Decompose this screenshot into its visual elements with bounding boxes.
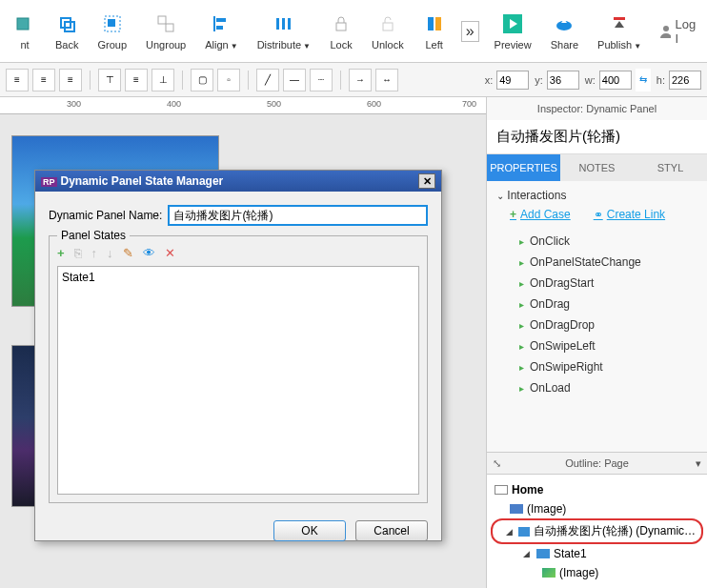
panel-states-fieldset: Panel States + ⎘ ↑ ↓ ✎ 👁 ✕ State1 — [49, 235, 428, 503]
create-link-link[interactable]: ⚭Create Link — [594, 208, 665, 221]
toolbar-left[interactable]: Left — [414, 9, 455, 54]
edit-all-button[interactable]: 👁 — [143, 246, 155, 260]
move-down-button[interactable]: ↓ — [107, 246, 113, 260]
bolt-icon: ▸ — [519, 236, 524, 247]
toolbar-preview[interactable]: Preview — [485, 9, 541, 54]
event-onswiperight[interactable]: ▸OnSwipeRight — [519, 356, 697, 377]
event-onpanelstatechange[interactable]: ▸OnPanelStateChange — [519, 252, 697, 273]
ok-button[interactable]: OK — [273, 520, 346, 541]
toolbar-share[interactable]: Share — [541, 9, 588, 54]
line-width-btn[interactable]: — — [283, 69, 306, 91]
left-arrow-icon — [13, 12, 36, 35]
arrow2-btn[interactable]: ↔ — [375, 69, 398, 91]
outline-image-2[interactable]: (Image) — [491, 563, 703, 582]
outline-image-1[interactable]: (Image) — [491, 499, 703, 518]
line-color-btn[interactable]: ╱ — [256, 69, 279, 91]
event-onload[interactable]: ▸OnLoad — [519, 377, 697, 398]
inspector-panel: Inspector: Dynamic Panel 自动播发图片(轮播) PROP… — [486, 97, 707, 588]
outline-header: ⤡ Outline: Page ▾ — [487, 452, 707, 475]
toolbar-group[interactable]: Group — [88, 9, 136, 54]
ungroup-icon — [154, 12, 177, 35]
svg-rect-4 — [108, 19, 115, 27]
y-input[interactable] — [547, 71, 579, 90]
link-wh-icon[interactable]: ⇆ — [636, 69, 651, 91]
dialog-titlebar[interactable]: RPDynamic Panel State Manager ✕ — [35, 171, 441, 192]
toolbar-ungroup[interactable]: Ungroup — [136, 9, 195, 54]
toolbar-distribute[interactable]: Distribute▼ — [248, 9, 320, 54]
toolbar-nt[interactable]: nt — [4, 9, 46, 54]
outline-state1[interactable]: ◢State1 — [491, 544, 703, 563]
bolt-icon: ▸ — [519, 278, 524, 289]
x-input[interactable] — [496, 71, 529, 90]
login-link[interactable]: Log I — [651, 17, 706, 46]
inspector-tabs: PROPERTIES NOTES STYL — [487, 154, 707, 181]
tab-notes[interactable]: NOTES — [560, 154, 634, 181]
h-input[interactable] — [669, 71, 701, 90]
interactions-header[interactable]: ⌄ Interactions — [496, 189, 697, 202]
event-ondragdrop[interactable]: ▸OnDragDrop — [519, 314, 697, 335]
toolbar-lock[interactable]: Lock — [320, 9, 362, 54]
line-style-btn[interactable]: ┈ — [310, 69, 333, 91]
arrow-btn[interactable]: → — [349, 69, 372, 91]
event-ondragstart[interactable]: ▸OnDragStart — [519, 273, 697, 294]
outer-btn[interactable]: ▫ — [217, 69, 240, 91]
events-list: ▸OnClick ▸OnPanelStateChange ▸OnDragStar… — [519, 231, 697, 398]
valign-bot-btn[interactable]: ⊥ — [152, 69, 174, 91]
w-label: w: — [585, 74, 596, 86]
align-right-btn[interactable]: ≡ — [59, 69, 82, 91]
tab-properties[interactable]: PROPERTIES — [487, 154, 560, 181]
toolbar-unlock[interactable]: Unlock — [362, 9, 414, 54]
toolbar-publish[interactable]: Publish▼ — [588, 9, 651, 54]
move-up-button[interactable]: ↑ — [91, 246, 98, 260]
flag-icon — [423, 12, 446, 35]
event-ondrag[interactable]: ▸OnDrag — [519, 294, 697, 314]
format-toolbar: ≡ ≡ ≡ ⊤ ≡ ⊥ ▢ ▫ ╱ — ┈ → ↔ x: y: w: ⇆ h: — [0, 63, 707, 97]
svg-rect-9 — [216, 26, 223, 30]
valign-top-btn[interactable]: ⊤ — [98, 69, 121, 91]
outline-dynamic-panel[interactable]: ◢自动播发图片(轮播) (Dynamic Panel) — [491, 518, 703, 544]
add-state-button[interactable]: + — [57, 246, 65, 260]
cloud-upload-icon — [553, 12, 576, 35]
horizontal-ruler: 300 400 500 600 700 — [0, 97, 486, 114]
edit-state-button[interactable]: ✎ — [123, 246, 133, 260]
event-onswipeleft[interactable]: ▸OnSwipeLeft — [519, 335, 697, 356]
inspector-header: Inspector: Dynamic Panel — [487, 97, 707, 120]
state-list[interactable]: State1 — [57, 266, 419, 495]
collapse-icon[interactable]: ⤡ — [493, 457, 501, 470]
outline-home[interactable]: Home — [491, 480, 703, 499]
close-button[interactable]: ✕ — [418, 173, 435, 189]
align-icon — [210, 12, 232, 35]
toolbar-back[interactable]: Back — [46, 9, 88, 54]
valign-mid-btn[interactable]: ≡ — [125, 69, 148, 91]
svg-rect-12 — [288, 18, 291, 30]
toolbar-more[interactable]: » — [455, 17, 485, 46]
svg-rect-16 — [435, 17, 441, 30]
bolt-icon: ▸ — [519, 341, 524, 352]
chevron-down-icon: ▼ — [634, 42, 641, 51]
x-label: x: — [485, 74, 494, 86]
main-toolbar: nt Back Group Ungroup Align▼ Distribute▼… — [0, 0, 707, 63]
event-onclick[interactable]: ▸OnClick — [519, 231, 697, 252]
panel-name-input[interactable] — [168, 205, 428, 226]
toolbar-align[interactable]: Align▼ — [195, 9, 247, 54]
user-icon — [658, 24, 671, 39]
svg-rect-11 — [282, 18, 285, 30]
publish-icon — [608, 12, 631, 35]
align-center-btn[interactable]: ≡ — [32, 69, 55, 91]
panel-name-label: Dynamic Panel Name: — [49, 209, 162, 222]
tab-style[interactable]: STYL — [634, 154, 707, 181]
state-item[interactable]: State1 — [62, 271, 414, 284]
link-icon: ⚭ — [594, 208, 603, 221]
inspector-widget-name[interactable]: 自动播发图片(轮播) — [487, 120, 707, 154]
w-input[interactable] — [599, 71, 632, 90]
align-left-btn[interactable]: ≡ — [6, 69, 29, 91]
state-icon — [536, 549, 550, 558]
fill-color-btn[interactable]: ▢ — [191, 69, 213, 91]
cancel-button[interactable]: Cancel — [355, 520, 428, 541]
y-label: y: — [535, 74, 543, 86]
chevron-down-icon: ▼ — [303, 42, 311, 51]
add-case-link[interactable]: +Add Case — [510, 208, 571, 221]
duplicate-state-button[interactable]: ⎘ — [74, 246, 82, 260]
filter-icon[interactable]: ▾ — [696, 457, 701, 470]
delete-state-button[interactable]: ✕ — [165, 246, 175, 260]
